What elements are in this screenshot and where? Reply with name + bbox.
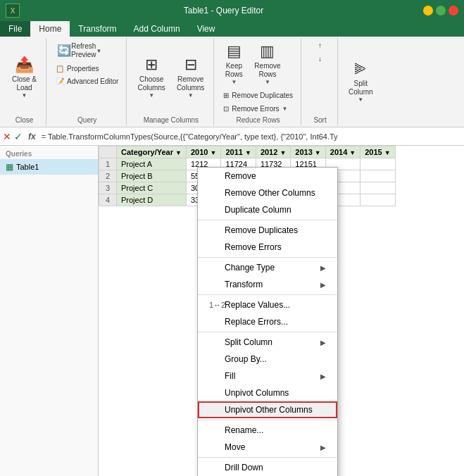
split-col-label: Split Column (225, 337, 272, 347)
remove-duplicates-button[interactable]: ⊞ Remove Duplicates (220, 89, 296, 101)
menu-item-change-type[interactable]: Change Type ▶ (198, 259, 337, 276)
sort-desc-icon: ↓ (318, 55, 322, 63)
row-num-header (99, 146, 117, 158)
cell-cat-4: Project D (117, 194, 187, 206)
menu-item-unpivot-columns[interactable]: Unpivot Columns (198, 384, 337, 401)
query-item-label: Table1 (16, 163, 39, 171)
menu-item-fill[interactable]: Fill ▶ (198, 368, 337, 384)
tab-view[interactable]: View (189, 21, 224, 37)
separator-5 (198, 420, 337, 420)
cell-2015-1 (360, 158, 395, 170)
remove-errors-label: Remove Errors (232, 105, 279, 113)
menu-item-drill-down[interactable]: Drill Down (198, 459, 337, 476)
col-header-2013[interactable]: 2013 ▼ (291, 146, 325, 158)
remove-err-label: Remove Errors (225, 242, 282, 252)
menu-item-remove-errors[interactable]: Remove Errors (198, 239, 337, 256)
replace-errors-label: Replace Errors... (225, 317, 288, 327)
app-icon: X (6, 4, 20, 18)
remove-duplicates-label: Remove Duplicates (232, 92, 293, 99)
row-num-3: 3 (99, 182, 117, 194)
advanced-editor-label: Advanced Editor (67, 77, 118, 85)
close-load-button[interactable]: 📤 Close &Load ▼ (7, 53, 42, 101)
menu-item-unpivot-other[interactable]: Unpivot Other Columns (198, 401, 337, 418)
query-icon: ▦ (6, 162, 13, 172)
remove-rows-button[interactable]: ▥ RemoveRows ▼ (249, 39, 285, 88)
split-column-button[interactable]: ⫸ SplitColumn ▼ (344, 57, 377, 106)
duplicate-label: Duplicate Column (225, 205, 291, 215)
ribbon-tabs: File Home Transform Add Column View (0, 21, 464, 37)
menu-item-remove-duplicates[interactable]: Remove Duplicates (198, 222, 337, 239)
remove-errors-icon: ⊡ (223, 105, 229, 113)
query-group-label: Query (77, 115, 96, 124)
ribbon-group-reduce-rows: ▤ KeepRows ▼ ▥ RemoveRows ▼ ⊞ Remove Dup… (215, 38, 301, 125)
minimize-button[interactable] (423, 6, 433, 15)
col-header-2012[interactable]: 2012 ▼ (256, 146, 290, 158)
remove-dup-label: Remove Duplicates (225, 225, 298, 235)
cell-2015-4 (360, 194, 395, 206)
confirm-icon[interactable]: ✓ (14, 131, 23, 142)
ribbon-group-transform: ⫸ SplitColumn ▼ (339, 38, 382, 125)
col-header-2015[interactable]: 2015 ▼ (360, 146, 395, 158)
menu-item-remove[interactable]: Remove (198, 168, 337, 184)
cell-cat-2: Project B (117, 170, 187, 182)
query-item-table1[interactable]: ▦ Table1 (0, 159, 98, 175)
keep-rows-button[interactable]: ▤ KeepRows ▼ (220, 39, 248, 88)
sort-group-label: Sort (313, 115, 326, 124)
menu-item-remove-other[interactable]: Remove Other Columns (198, 184, 337, 201)
col-header-2011[interactable]: 2011 ▼ (221, 146, 256, 158)
refresh-preview-button[interactable]: 🔄 RefreshPreview ▼ (52, 39, 107, 62)
menu-item-duplicate[interactable]: Duplicate Column (198, 201, 337, 218)
window-controls (423, 6, 458, 15)
cancel-icon[interactable]: ✕ (3, 131, 11, 142)
tab-transform[interactable]: Transform (70, 21, 125, 37)
cell-2015-2 (360, 170, 395, 182)
col-header-category[interactable]: Category/Year ▼ (117, 146, 187, 158)
tab-home[interactable]: Home (30, 21, 70, 37)
col-header-2010[interactable]: 2010 ▼ (186, 146, 220, 158)
remove-errors-button[interactable]: ⊡ Remove Errors ▼ (220, 103, 296, 115)
menu-item-move[interactable]: Move ▶ (198, 439, 337, 456)
menu-item-rename[interactable]: Rename... (198, 422, 337, 439)
split-column-label: SplitColumn (349, 80, 372, 96)
cell-2015-3 (360, 182, 395, 194)
ribbon-group-query: 🔄 RefreshPreview ▼ 📋 Properties 📝 Advanc… (48, 38, 127, 125)
tab-add-column[interactable]: Add Column (125, 21, 189, 37)
row-num-4: 4 (99, 194, 117, 206)
transform-label: Transform (225, 280, 263, 289)
transform-buttons: ⫸ SplitColumn ▼ (344, 39, 377, 123)
advanced-editor-icon: 📝 (56, 77, 64, 85)
separator-1 (198, 220, 337, 220)
ribbon: File Home Transform Add Column View 📤 Cl… (0, 21, 464, 127)
keep-rows-icon: ▤ (227, 42, 242, 61)
cell-cat-3: Project C (117, 182, 187, 194)
col-header-2014[interactable]: 2014 ▼ (325, 146, 360, 158)
remove-columns-button[interactable]: ⊟ RemoveColumns ▼ (172, 53, 209, 101)
reduce-rows-small-buttons: ⊞ Remove Duplicates ⊡ Remove Errors ▼ (220, 89, 296, 115)
remove-other-label: Remove Other Columns (225, 188, 315, 198)
group-by-label: Group By... (225, 354, 267, 364)
formula-text: = Table.TransformColumnTypes(Source,{{"C… (42, 132, 461, 141)
separator-6 (198, 457, 337, 458)
menu-item-group-by[interactable]: Group By... (198, 351, 337, 368)
maximize-button[interactable] (436, 6, 446, 15)
replace-values-label: Replace Values... (225, 300, 290, 310)
close-group-label: Close (15, 115, 34, 124)
menu-item-transform[interactable]: Transform ▶ (198, 276, 337, 293)
remove-rows-label: RemoveRows (254, 62, 280, 79)
menu-item-replace-errors[interactable]: Replace Errors... (198, 313, 337, 330)
cell-cat-1: Project A (117, 158, 187, 170)
tab-file[interactable]: File (0, 21, 30, 37)
properties-button[interactable]: 📋 Properties (52, 63, 103, 75)
close-button[interactable] (449, 6, 458, 15)
separator-2 (198, 257, 337, 258)
separator-4 (198, 332, 337, 332)
menu-item-split-column[interactable]: Split Column ▶ (198, 334, 337, 351)
menu-item-replace-values[interactable]: 1↔2Replace Values... (198, 296, 337, 313)
refresh-icon: 🔄 (57, 44, 71, 57)
choose-columns-button[interactable]: ⊞ ChooseColumns ▼ (132, 53, 170, 101)
row-num-2: 2 (99, 170, 117, 182)
drill-down-label: Drill Down (225, 463, 263, 472)
advanced-editor-button[interactable]: 📝 Advanced Editor (52, 75, 122, 87)
sort-desc-button[interactable]: ↓ (315, 53, 325, 65)
sort-asc-button[interactable]: ↑ (315, 39, 325, 51)
